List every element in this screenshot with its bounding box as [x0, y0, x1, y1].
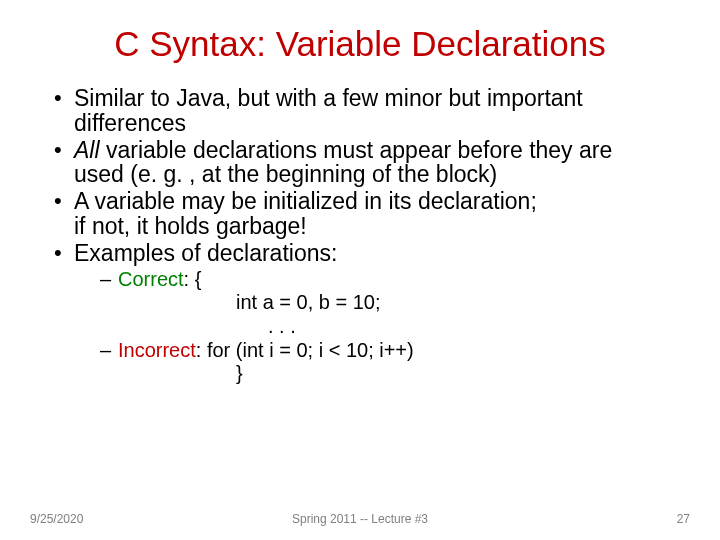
code-text: int a = 0, b = 10;: [236, 291, 381, 313]
bullet-text: variable declarations must appear before…: [74, 137, 612, 188]
bullet-item: All variable declarations must appear be…: [52, 138, 668, 188]
bullet-text: Similar to Java, but with a few minor bu…: [74, 85, 583, 136]
code-text: for (int i = 0; i < 10; i++): [207, 339, 414, 361]
code-text: . . .: [268, 315, 296, 337]
incorrect-label: Incorrect: [118, 339, 196, 361]
bullet-text: A variable may be initialized in its dec…: [74, 188, 537, 214]
dash-icon: –: [100, 339, 118, 363]
bullet-item: Similar to Java, but with a few minor bu…: [52, 86, 668, 136]
colon: :: [196, 339, 207, 361]
footer-center: Spring 2011 -- Lecture #3: [0, 512, 720, 526]
sub-item-incorrect: –Incorrect: for (int i = 0; i < 10; i++): [100, 339, 668, 363]
bullet-item: Examples of declarations:: [52, 241, 668, 266]
bullet-list: Similar to Java, but with a few minor bu…: [52, 86, 668, 266]
bullet-text: if not, it holds garbage!: [74, 213, 307, 239]
bullet-text-italic: All: [74, 137, 100, 163]
slide-body: Similar to Java, but with a few minor bu…: [0, 72, 720, 386]
correct-label: Correct: [118, 268, 184, 290]
code-line: . . .: [100, 315, 668, 339]
slide: C Syntax: Variable Declarations Similar …: [0, 0, 720, 540]
code-line: int a = 0, b = 10;: [100, 291, 668, 315]
bullet-item: A variable may be initialized in its dec…: [52, 189, 668, 239]
code-line: }: [100, 362, 668, 386]
sub-list: –Correct: { int a = 0, b = 10; . . . –In…: [52, 268, 668, 386]
bullet-text: Examples of declarations:: [74, 240, 337, 266]
slide-title: C Syntax: Variable Declarations: [0, 0, 720, 72]
brace-open: : {: [184, 268, 202, 290]
footer-page-number: 27: [677, 512, 690, 526]
brace-close: }: [236, 362, 243, 384]
dash-icon: –: [100, 268, 118, 292]
sub-item-correct: –Correct: {: [100, 268, 668, 292]
